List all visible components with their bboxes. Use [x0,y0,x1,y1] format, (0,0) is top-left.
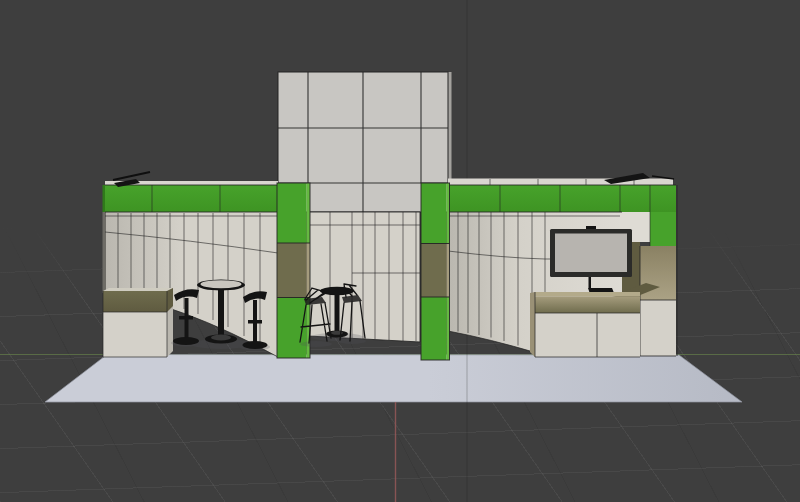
viewport-canvas[interactable] [0,0,800,502]
platform[interactable] [45,355,742,403]
right-portal-pillar[interactable] [421,183,450,360]
left-reception-counter[interactable] [103,288,173,357]
center-partition-wall[interactable] [308,212,420,342]
tv-screen [555,234,627,273]
left-fascia-band[interactable] [103,181,279,212]
tv-stand [589,277,592,288]
scene-svg [0,0,800,502]
left-portal-pillar[interactable] [277,183,310,358]
